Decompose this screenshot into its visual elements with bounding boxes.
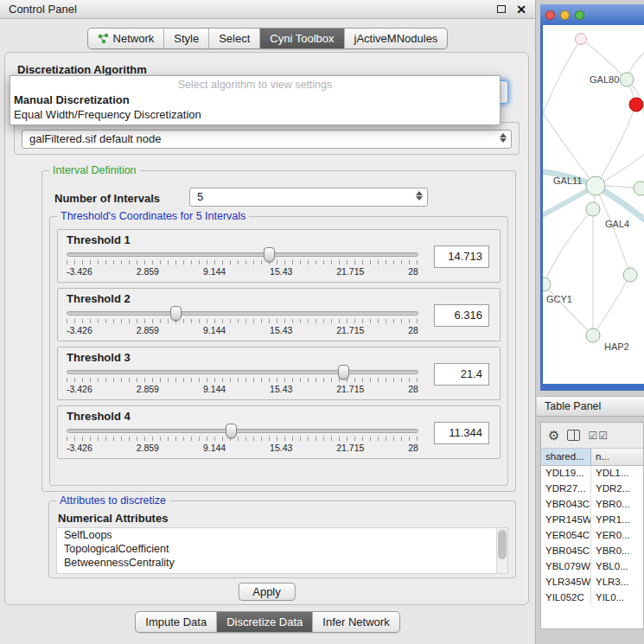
scale-tick-label: -3.426 xyxy=(67,266,92,277)
table-cell[interactable]: YIL0... xyxy=(591,590,643,606)
tab-jactivemnodules[interactable]: jActiveMNodules xyxy=(345,29,448,48)
network-canvas[interactable]: GAL80 GAL11 GAL4 GCY1 HAP2 xyxy=(543,25,644,384)
column-header-name[interactable]: n... xyxy=(591,449,643,465)
table-cell[interactable]: YBL079W xyxy=(541,559,591,575)
table-row[interactable]: YDR27... YDR2... xyxy=(541,481,643,497)
table-cell[interactable]: YDR27... xyxy=(541,481,591,497)
tab-select[interactable]: Select xyxy=(209,29,260,48)
table-row[interactable]: YBL079W YBL0... xyxy=(541,559,643,575)
network-node[interactable] xyxy=(634,182,644,195)
slider-scale: -3.426 2.859 9.144 15.43 21.715 28 xyxy=(67,325,418,335)
list-scrollbar[interactable] xyxy=(496,528,507,573)
top-tab-group: Network Style Select Cyni Toolbox jActiv… xyxy=(87,28,449,49)
minimize-traffic-light-icon[interactable] xyxy=(560,10,570,20)
algorithm-option-equal-width[interactable]: Equal Width/Frequency Discretization xyxy=(10,107,500,122)
table-cell[interactable]: YBL0... xyxy=(591,559,643,575)
network-node-hap2[interactable] xyxy=(586,328,600,342)
table-cell[interactable]: YBR043C xyxy=(541,497,591,513)
scale-tick-label: 21.715 xyxy=(336,384,364,394)
column-header-shared[interactable]: shared... xyxy=(541,449,591,465)
table-row[interactable]: YER054C YER0... xyxy=(541,528,643,544)
table-row[interactable]: YBR043C YBR0... xyxy=(541,497,643,513)
scale-tick-label: 9.144 xyxy=(203,443,226,453)
list-item[interactable]: BetweennessCentrality xyxy=(57,556,507,570)
table-row[interactable]: YIL052C YIL0... xyxy=(541,590,643,606)
scrollbar-thumb[interactable] xyxy=(498,530,507,559)
scale-tick-label: 15.43 xyxy=(270,266,292,277)
threshold-value-field[interactable]: 6.316 xyxy=(434,304,489,327)
float-window-icon[interactable] xyxy=(497,5,506,13)
tab-infer-network[interactable]: Infer Network xyxy=(313,612,399,632)
slider-track[interactable] xyxy=(67,429,418,433)
table-cell[interactable]: YDL19... xyxy=(541,466,591,481)
slider-thumb[interactable] xyxy=(338,365,349,379)
network-node-gal80[interactable] xyxy=(620,73,634,86)
scale-tick-label: 28 xyxy=(408,443,418,453)
table-cell[interactable]: YBR045C xyxy=(541,544,591,559)
slider-track[interactable] xyxy=(67,252,418,257)
threshold-value-field[interactable]: 21.4 xyxy=(434,363,489,386)
close-traffic-light-icon[interactable] xyxy=(545,10,555,20)
slider-thumb[interactable] xyxy=(170,306,182,321)
tab-network-label: Network xyxy=(113,32,155,45)
table-data-combobox[interactable]: galFiltered.sif default node xyxy=(22,130,512,149)
tab-impute-data[interactable]: Impute Data xyxy=(136,612,217,632)
scale-tick-label: 28 xyxy=(408,325,418,335)
table-cell[interactable]: YBR0... xyxy=(591,544,643,559)
tab-cyni-toolbox[interactable]: Cyni Toolbox xyxy=(260,29,344,48)
table-cell[interactable]: YER054C xyxy=(541,528,591,544)
select-columns-icon[interactable]: ☑☑ xyxy=(588,430,609,441)
slider-thumb[interactable] xyxy=(264,247,275,262)
network-node-gal4[interactable] xyxy=(586,202,600,216)
zoom-traffic-light-icon[interactable] xyxy=(575,10,584,20)
table-cell[interactable]: YDL1... xyxy=(591,466,643,481)
network-node-gcy1[interactable] xyxy=(543,277,551,291)
spinner-arrows-icon xyxy=(498,133,507,143)
slider-track[interactable] xyxy=(67,370,418,374)
network-node-gal11[interactable] xyxy=(586,176,605,195)
tab-select-label: Select xyxy=(219,32,250,45)
table-data-group: Table Data galFiltered.sif default node xyxy=(14,122,520,155)
list-item[interactable]: TopologicalCoefficient xyxy=(57,542,507,556)
table-row[interactable]: YPR145W YPR1... xyxy=(541,513,643,528)
algorithm-placeholder-option[interactable]: Select algorithm to view settings xyxy=(10,76,500,92)
thresholds-group-label: Threshold's Coordinates for 5 Intervals xyxy=(57,210,249,222)
close-icon[interactable]: ✕ xyxy=(516,3,526,16)
network-view-window: GAL80 GAL11 GAL4 GCY1 HAP2 xyxy=(540,4,644,391)
tab-network[interactable]: Network xyxy=(88,29,165,48)
apply-button[interactable]: Apply xyxy=(238,583,296,601)
table-row[interactable]: YLR345W YLR3... xyxy=(541,575,643,590)
scale-tick-label: 2.859 xyxy=(137,266,159,277)
table-cell[interactable]: YLR3... xyxy=(591,575,643,590)
threshold-value-field[interactable]: 14.713 xyxy=(434,245,489,268)
tab-infer-network-label: Infer Network xyxy=(322,615,389,628)
table-cell[interactable]: YPR1... xyxy=(591,513,643,528)
tab-discretize-data[interactable]: Discretize Data xyxy=(217,612,313,632)
gear-icon[interactable]: ⚙ xyxy=(548,429,559,442)
slider-ticks xyxy=(67,319,418,323)
table-data-combobox-value: galFiltered.sif default node xyxy=(29,132,161,145)
table-row[interactable]: YBR045C YBR0... xyxy=(541,544,643,559)
table-row[interactable]: YDL19... YDL1... xyxy=(541,466,643,481)
algorithm-option-manual[interactable]: Manual Discretization xyxy=(10,92,500,107)
table-cell[interactable]: YER0... xyxy=(591,528,643,544)
slider-thumb[interactable] xyxy=(226,424,237,438)
network-node-selected-red[interactable] xyxy=(629,98,643,112)
attributes-group-label: Attributes to discretize xyxy=(56,494,169,507)
table-cell[interactable]: YPR145W xyxy=(541,513,591,528)
table-cell[interactable]: YBR0... xyxy=(591,497,643,513)
table-cell[interactable]: YLR345W xyxy=(541,575,591,590)
slider-track[interactable] xyxy=(67,311,418,316)
slider-ticks xyxy=(67,437,418,441)
scale-tick-label: 9.144 xyxy=(203,266,226,277)
table-cell[interactable]: YDR2... xyxy=(591,481,643,497)
scale-tick-label: 9.144 xyxy=(203,325,226,335)
network-node[interactable] xyxy=(623,268,637,282)
tab-style[interactable]: Style xyxy=(164,29,209,48)
list-item[interactable]: SelfLoops xyxy=(57,528,507,542)
table-cell[interactable]: YIL052C xyxy=(541,590,591,606)
network-node[interactable] xyxy=(576,34,587,45)
number-of-intervals-combobox[interactable]: 5 xyxy=(189,188,428,207)
columns-icon[interactable] xyxy=(567,430,580,441)
threshold-value-field[interactable]: 11.344 xyxy=(434,422,489,444)
